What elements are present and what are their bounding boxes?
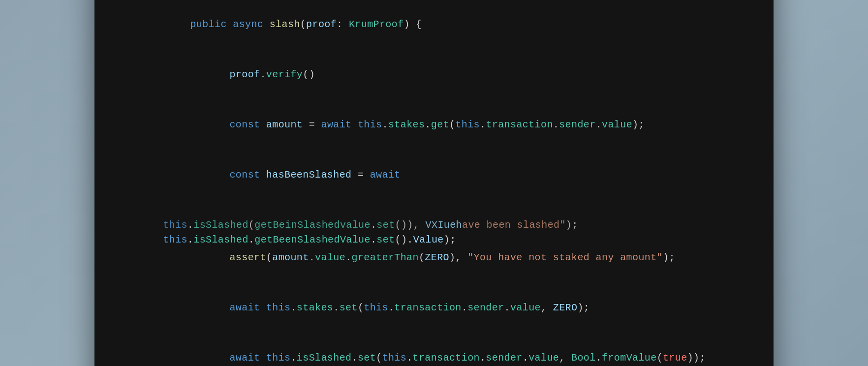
verify-parens: () bbox=[303, 69, 315, 80]
line-signature: public async slash(proof: KrumProof) { bbox=[114, 0, 754, 50]
colon: : bbox=[337, 19, 349, 30]
eq1: = bbox=[303, 119, 321, 130]
dot1: . bbox=[260, 69, 266, 80]
has-var: hasBeenSlashed bbox=[266, 169, 352, 181]
verify-method: verify bbox=[266, 69, 303, 80]
fn-name: slash bbox=[270, 19, 300, 30]
const-kw1: const bbox=[229, 119, 266, 130]
paren-open: ( bbox=[300, 19, 306, 30]
param-type: KrumProof bbox=[349, 19, 404, 30]
assert-string1: "You have not staked any amount" bbox=[467, 252, 663, 263]
this4: this bbox=[266, 352, 291, 364]
line-await-stakes: await this.stakes.set(this.transaction.s… bbox=[114, 283, 754, 333]
await-kw4: await bbox=[229, 352, 266, 364]
paren-close-brace: ) { bbox=[404, 19, 422, 30]
get-close: ); bbox=[632, 119, 645, 130]
get-paren: ( bbox=[449, 119, 455, 130]
const-kw2: const bbox=[229, 169, 266, 181]
line-const-has: const hasBeenSlashed = await bbox=[114, 150, 754, 200]
dot3: . bbox=[425, 119, 431, 130]
code-editor: @runtimeMethod() public async slash(proo… bbox=[94, 0, 774, 366]
dot5: . bbox=[553, 119, 559, 130]
line-await-slashed: await this.isSlashed.set(this.transactio… bbox=[114, 333, 754, 366]
dot4: . bbox=[480, 119, 486, 130]
code-window: @runtimeMethod() public async slash(proo… bbox=[94, 0, 774, 366]
overlap-section: this.isSlashed(getBeinSlashedvalue.set()… bbox=[114, 200, 754, 231]
await-kw2: await bbox=[370, 169, 401, 181]
dot2: . bbox=[382, 119, 388, 130]
this2: this bbox=[455, 119, 480, 130]
line-const-amount: const amount = await this.stakes.get(thi… bbox=[114, 100, 754, 150]
dot6: . bbox=[596, 119, 602, 130]
await-kw1: await bbox=[321, 119, 357, 130]
this1: this bbox=[358, 119, 382, 130]
keyword-public: public bbox=[190, 19, 233, 30]
value-prop1: value bbox=[602, 119, 632, 130]
param-name: proof bbox=[306, 19, 337, 30]
transaction-prop: transaction bbox=[486, 119, 553, 130]
proof-var: proof bbox=[229, 69, 260, 80]
keyword-async: async bbox=[233, 19, 269, 30]
overlap-front-line: this.isSlashed.getBeenSlashedValue.set()… bbox=[114, 215, 456, 265]
true-value: true bbox=[663, 352, 687, 364]
eq2: = bbox=[351, 169, 370, 181]
this-isslashed2: this bbox=[163, 234, 187, 245]
await-kw3: await bbox=[229, 302, 266, 313]
stakes-method: stakes bbox=[388, 119, 425, 130]
line-verify: proof.verify() bbox=[114, 50, 754, 100]
amount-var: amount bbox=[266, 119, 303, 130]
get-method: get bbox=[431, 119, 449, 130]
this3: this bbox=[266, 302, 291, 313]
sender-prop: sender bbox=[559, 119, 595, 130]
